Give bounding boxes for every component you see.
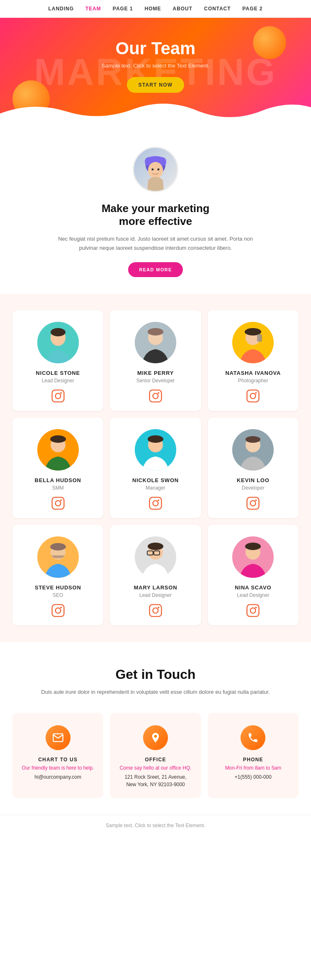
svg-point-62 — [255, 606, 257, 608]
svg-point-46 — [55, 608, 61, 613]
nav-about[interactable]: ABOUT — [173, 6, 192, 12]
nav-landing[interactable]: LANDING — [49, 6, 74, 12]
contact-detail-phone: +1(555) 000-000 — [235, 773, 272, 781]
contact-subtitle: Duis aute irure dolor in reprehenderit i… — [12, 688, 299, 697]
team-role-nicole: Lead Designer — [42, 378, 74, 384]
instagram-icon-nina[interactable] — [246, 604, 260, 617]
team-name-steve: STEVE HUDSON — [35, 584, 81, 591]
contact-heading: Get in Touch — [12, 667, 299, 682]
intro-body: Nec feugiat nisl pretium fusce id. Justo… — [50, 234, 261, 253]
team-name-nickole: NICKOLE SWON — [132, 477, 179, 483]
team-name-bella: BELLA HUDSON — [35, 477, 81, 483]
intro-avatar — [133, 147, 178, 192]
contact-card-chat: CHART TO US Our friendly team is here to… — [12, 713, 103, 798]
team-role-mary: Lead Designer — [139, 592, 172, 598]
intro-section: Make your marketing more effective Nec f… — [0, 126, 311, 294]
contact-title-office: OFFICE — [145, 757, 166, 763]
svg-rect-20 — [257, 334, 262, 342]
contact-tagline-office: Come say hello at our office HQ. — [119, 765, 191, 771]
contact-title-chat: CHART TO US — [38, 757, 78, 763]
team-photo-kevin — [232, 429, 274, 471]
instagram-icon-nickole[interactable] — [149, 497, 162, 510]
team-card-nicole: NICOLE STONE Lead Designer — [12, 310, 103, 411]
team-name-mike: MIKE PERRY — [137, 370, 174, 376]
svg-rect-8 — [52, 390, 64, 402]
contact-card-office: OFFICE Come say hello at our office HQ. … — [110, 713, 201, 798]
svg-point-35 — [158, 499, 159, 501]
team-photo-nicole — [37, 322, 79, 363]
hero-title: Our Team — [116, 39, 196, 58]
contact-card-phone: PHONE Mon-Fri from 8am to 5am +1(555) 00… — [208, 713, 299, 798]
nav-team[interactable]: TEAM — [85, 6, 101, 12]
svg-point-55 — [153, 608, 158, 613]
team-grid: NICOLE STONE Lead Designer MIKE PERRY Se… — [12, 310, 299, 625]
team-card-natasha: NATASHA IVANOVA Photographer — [208, 310, 299, 411]
instagram-icon-natasha[interactable] — [246, 389, 260, 403]
svg-point-28 — [55, 500, 61, 506]
team-card-kevin: KEVIN LOO Developer — [208, 418, 299, 518]
svg-point-44 — [50, 543, 66, 550]
svg-point-2 — [152, 169, 154, 171]
svg-point-26 — [50, 435, 66, 443]
svg-point-64 — [154, 735, 157, 738]
instagram-icon-bella[interactable] — [51, 497, 65, 510]
nav-contact[interactable]: CONTACT — [204, 6, 231, 12]
svg-rect-27 — [52, 497, 64, 509]
phone-icon — [247, 732, 259, 743]
instagram-icon-kevin[interactable] — [246, 497, 260, 510]
svg-point-59 — [245, 543, 261, 550]
team-section: NICOLE STONE Lead Designer MIKE PERRY Se… — [0, 294, 311, 642]
svg-rect-60 — [247, 604, 259, 616]
team-photo-mary — [135, 536, 176, 578]
instagram-icon-mary[interactable] — [149, 604, 162, 617]
contact-tagline-chat: Our friendly team is here to help. — [22, 765, 94, 771]
svg-point-22 — [250, 393, 256, 398]
team-photo-nickole — [135, 429, 176, 471]
team-card-nickole: NICKOLE SWON Manager — [110, 418, 201, 518]
team-role-nina: Lead Designer — [237, 592, 269, 598]
instagram-icon-mike[interactable] — [149, 389, 162, 403]
team-role-nickole: Manager — [146, 485, 165, 491]
read-more-button[interactable]: READ MORE — [128, 262, 182, 277]
svg-point-40 — [250, 500, 256, 506]
team-photo-natasha — [232, 322, 274, 363]
contact-grid: CHART TO US Our friendly team is here to… — [12, 713, 299, 798]
team-role-natasha: Photographer — [238, 378, 268, 384]
team-photo-steve — [37, 536, 79, 578]
nav-page1[interactable]: PAGE 1 — [113, 6, 133, 12]
contact-icon-location-wrap — [143, 725, 168, 750]
team-name-kevin: KEVIN LOO — [237, 477, 270, 483]
team-photo-mike — [135, 322, 176, 363]
svg-rect-39 — [247, 497, 259, 509]
contact-tagline-phone: Mon-Fri from 8am to 5am — [225, 765, 281, 771]
svg-point-32 — [148, 435, 163, 443]
nav-home[interactable]: HOME — [145, 6, 161, 12]
team-card-nina: NINA SCAVO Lead Designer — [208, 525, 299, 625]
footer-text: Sample text. Click to select the Text El… — [106, 823, 205, 828]
svg-point-13 — [148, 328, 163, 336]
team-role-bella: SMM — [52, 485, 64, 491]
contact-icon-phone-wrap — [241, 725, 265, 750]
team-name-nicole: NICOLE STONE — [36, 370, 80, 376]
svg-point-29 — [60, 499, 62, 501]
instagram-icon-nicole[interactable] — [51, 389, 65, 403]
svg-point-9 — [55, 393, 61, 398]
team-card-steve: STEVE HUDSON SEO — [12, 525, 103, 625]
svg-point-61 — [250, 608, 256, 613]
svg-rect-33 — [150, 497, 162, 509]
svg-point-3 — [158, 169, 160, 171]
instagram-icon-steve[interactable] — [51, 604, 65, 617]
location-icon — [150, 732, 161, 743]
contact-section: Get in Touch Duis aute irure dolor in re… — [0, 642, 311, 815]
contact-icon-mail-wrap — [46, 725, 70, 750]
svg-point-53 — [148, 543, 163, 550]
svg-point-41 — [255, 499, 257, 501]
svg-point-1 — [148, 162, 163, 179]
svg-point-15 — [153, 393, 158, 398]
hero-cta-button[interactable]: START NOW — [127, 77, 185, 93]
svg-rect-21 — [247, 390, 259, 402]
nav-page2[interactable]: PAGE 2 — [243, 6, 263, 12]
team-role-mike: Senior Developer — [136, 378, 175, 384]
svg-point-34 — [153, 500, 158, 506]
svg-point-23 — [255, 392, 257, 393]
